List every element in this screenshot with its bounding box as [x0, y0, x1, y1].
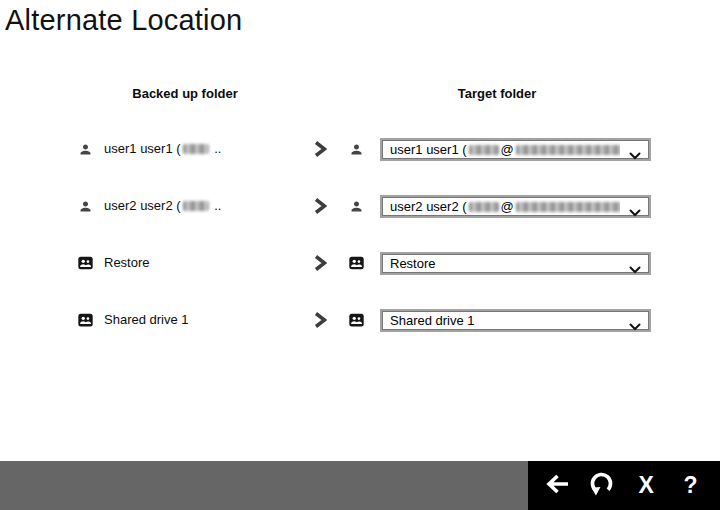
- alternate-location-screen: Alternate Location Backed up folder Targ…: [0, 0, 720, 510]
- chevron-down-icon: [629, 203, 641, 221]
- shared-drive-icon: [349, 313, 364, 328]
- refresh-button[interactable]: [587, 469, 617, 503]
- chevron-down-icon: [629, 260, 641, 278]
- redacted-text: [516, 145, 620, 155]
- footer-bar: X ?: [0, 461, 720, 510]
- chevron-right-icon: [314, 141, 327, 161]
- person-icon: [78, 142, 93, 157]
- redacted-text: [469, 145, 499, 155]
- mapping-row-restore: Restore Restore: [0, 249, 720, 277]
- target-folder-select[interactable]: user2 user2 (@): [380, 195, 651, 218]
- mapping-row-user2: user2 user2 ( .. user2 user2 (@): [0, 192, 720, 220]
- label-ellipsis: ..: [214, 198, 221, 213]
- backed-up-folder-label: Shared drive 1: [104, 306, 189, 334]
- close-icon: X: [639, 474, 654, 497]
- close-button[interactable]: X: [631, 469, 661, 503]
- backed-up-folder-label: user2 user2 ( ..: [104, 192, 221, 220]
- target-folder-select[interactable]: Shared drive 1: [380, 309, 651, 332]
- back-arrow-icon: [545, 473, 570, 498]
- chevron-right-icon: [314, 198, 327, 218]
- label-ellipsis: ..: [214, 141, 221, 156]
- select-value: user2 user2 (@): [390, 197, 620, 216]
- shared-drive-icon: [349, 256, 364, 271]
- chevron-right-icon: [314, 255, 327, 275]
- select-text: user1 user1 (: [390, 142, 467, 157]
- target-folder-select[interactable]: Restore: [380, 252, 651, 275]
- redacted-text: [183, 144, 209, 154]
- shared-drive-icon: [78, 256, 93, 271]
- back-button[interactable]: [542, 469, 572, 503]
- chevron-down-icon: [629, 146, 641, 164]
- mapping-row-shared-drive-1: Shared drive 1 Shared drive 1: [0, 306, 720, 334]
- source-column-header: Backed up folder: [132, 86, 237, 101]
- person-icon: [349, 199, 364, 214]
- person-icon: [349, 142, 364, 157]
- select-value: user1 user1 (@): [390, 140, 620, 159]
- label-text: user1 user1 (: [104, 141, 181, 156]
- person-icon: [78, 199, 93, 214]
- shared-drive-icon: [78, 313, 93, 328]
- backed-up-folder-label: user1 user1 ( ..: [104, 135, 221, 163]
- target-column-header: Target folder: [458, 86, 537, 101]
- mapping-row-user1: user1 user1 ( .. user1 user1 (@): [0, 135, 720, 163]
- backed-up-folder-label: Restore: [104, 249, 150, 277]
- page-title: Alternate Location: [5, 4, 242, 37]
- select-text: user2 user2 (: [390, 199, 467, 214]
- chevron-right-icon: [314, 312, 327, 332]
- redacted-text: [183, 201, 209, 211]
- at-sign: @: [501, 142, 514, 157]
- select-value: Shared drive 1: [390, 311, 475, 330]
- select-value: Restore: [390, 254, 436, 273]
- at-sign: @: [501, 199, 514, 214]
- redacted-text: [516, 202, 620, 212]
- navigation-toolbar: X ?: [528, 461, 720, 510]
- chevron-down-icon: [629, 317, 641, 335]
- help-icon: ?: [684, 474, 698, 497]
- help-button[interactable]: ?: [676, 469, 706, 503]
- refresh-icon: [589, 471, 615, 500]
- label-text: user2 user2 (: [104, 198, 181, 213]
- target-folder-select[interactable]: user1 user1 (@): [380, 138, 651, 161]
- redacted-text: [469, 202, 499, 212]
